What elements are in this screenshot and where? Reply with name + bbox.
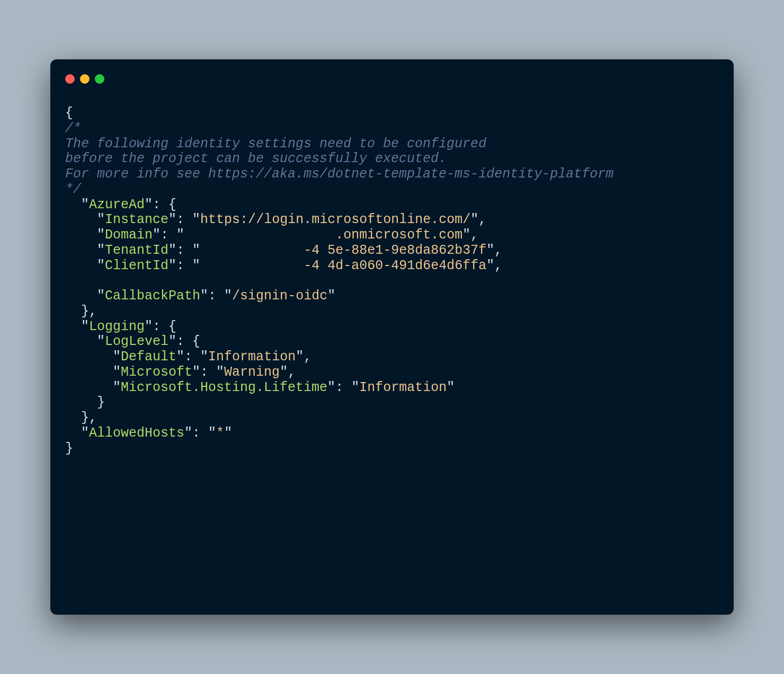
json-key-mhl: Microsoft.Hosting.Lifetime [121, 380, 327, 395]
json-val-allowed: * [216, 425, 224, 441]
json-val-microsoft: Warning [224, 365, 280, 380]
json-val-clientid: -4 4d-a060-491d6e4d6ffa [200, 258, 486, 273]
code-window: { /* The following identity settings nee… [50, 59, 734, 615]
brace: } [65, 441, 73, 456]
json-key-default: Default [121, 349, 176, 365]
comment-line: /* [65, 121, 81, 136]
close-icon[interactable] [65, 74, 75, 84]
page-stage: { /* The following identity settings nee… [0, 0, 784, 674]
json-key-microsoft: Microsoft [121, 365, 192, 380]
comment-line: The following identity settings need to … [65, 136, 486, 152]
json-key-logging: Logging [89, 319, 145, 334]
json-key-domain: Domain [105, 227, 153, 243]
json-val-domain: .onmicrosoft.com [184, 227, 462, 243]
comment-line: For more info see https://aka.ms/dotnet-… [65, 166, 613, 182]
window-controls [65, 74, 104, 84]
zoom-icon[interactable] [95, 74, 104, 84]
json-key-loglevel: LogLevel [105, 334, 168, 349]
json-val-instance: https://login.microsoftonline.com/ [200, 212, 470, 227]
json-key-tenantid: TenantId [105, 243, 168, 258]
comment-line: before the project can be successfully e… [65, 151, 447, 166]
json-key-clientid: ClientId [105, 258, 168, 273]
minimize-icon[interactable] [80, 74, 90, 84]
code-block: { /* The following identity settings nee… [65, 106, 719, 456]
json-val-mhl: Information [359, 380, 447, 395]
json-key-callback: CallbackPath [105, 288, 200, 304]
json-val-tenantid: -4 5e-88e1-9e8da862b37f [200, 243, 486, 258]
json-val-callback: /signin-oidc [232, 288, 327, 304]
brace: { [65, 105, 73, 121]
json-key-instance: Instance [105, 212, 168, 227]
json-key-azuread: AzureAd [89, 197, 145, 212]
json-val-default: Information [208, 349, 296, 365]
json-key-allowed: AllowedHosts [89, 425, 184, 441]
comment-line: */ [65, 182, 81, 197]
